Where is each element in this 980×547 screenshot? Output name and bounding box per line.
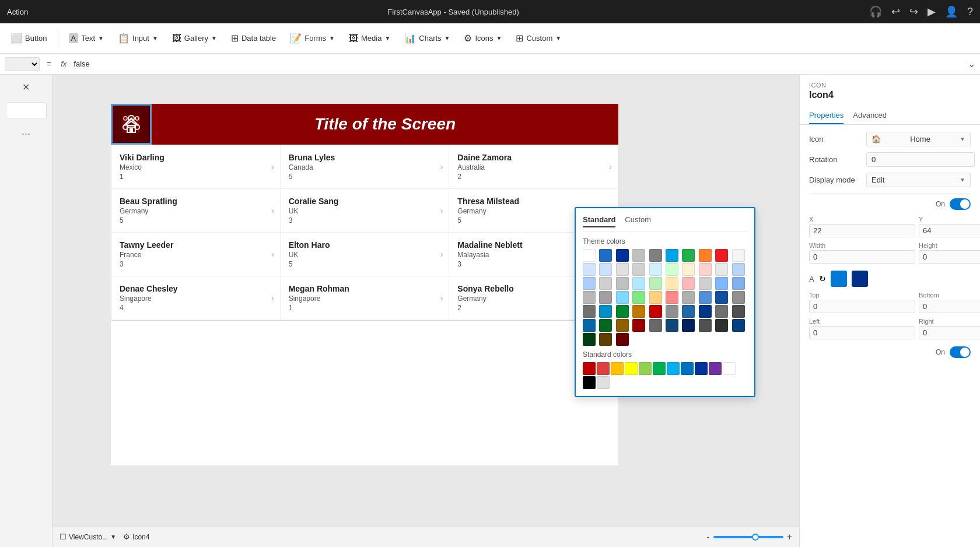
right-input[interactable] — [919, 326, 980, 339]
secondary-color-swatch[interactable] — [852, 271, 868, 287]
table-cell[interactable]: Elton Haro UK 5 › — [281, 233, 450, 276]
width-input[interactable] — [809, 250, 915, 264]
color-swatch[interactable] — [699, 319, 712, 332]
height-input[interactable] — [919, 250, 980, 264]
color-swatch[interactable] — [649, 249, 662, 262]
input-tool[interactable]: 📋 Input ▼ — [112, 29, 164, 47]
color-swatch[interactable] — [649, 277, 662, 290]
help-icon[interactable]: ? — [967, 6, 973, 18]
color-swatch[interactable] — [666, 291, 678, 304]
color-swatch[interactable] — [732, 319, 745, 332]
color-swatch[interactable] — [732, 249, 745, 262]
zoom-minus-btn[interactable]: - — [706, 532, 709, 542]
standard-color-swatch[interactable] — [611, 362, 624, 375]
color-swatch[interactable] — [599, 249, 612, 262]
color-picker-tab-custom[interactable]: Custom — [625, 215, 651, 227]
color-swatch[interactable] — [666, 277, 678, 290]
color-swatch[interactable] — [682, 319, 695, 332]
user-icon[interactable]: 👤 — [945, 5, 958, 18]
y-input[interactable] — [919, 224, 980, 237]
datatable-tool[interactable]: ⊞ Data table — [225, 29, 282, 47]
close-icon[interactable]: ✕ — [22, 82, 30, 93]
table-cell[interactable]: Denae Chesley Singapore 4 › — [111, 276, 281, 320]
bottom-visible-toggle[interactable] — [950, 346, 971, 358]
color-swatch[interactable] — [666, 319, 678, 332]
tab-properties[interactable]: Properties — [809, 107, 844, 124]
gallery-tool[interactable]: 🖼 Gallery ▼ — [166, 30, 223, 47]
color-swatch[interactable] — [649, 305, 662, 318]
color-swatch[interactable] — [632, 263, 645, 276]
x-input[interactable] — [809, 224, 915, 237]
play-icon[interactable]: ▶ — [928, 5, 936, 18]
color-swatch[interactable] — [715, 319, 728, 332]
custom-tool[interactable]: ⊞ Custom ▼ — [510, 29, 567, 47]
color-swatch[interactable] — [682, 291, 695, 304]
color-swatch[interactable] — [616, 263, 629, 276]
color-swatch[interactable] — [699, 249, 712, 262]
color-swatch[interactable] — [616, 277, 629, 290]
text-rotate-icon[interactable]: ↻ — [819, 274, 826, 283]
color-swatch[interactable] — [732, 291, 745, 304]
table-cell[interactable]: Daine Zamora Australia 2 › — [449, 145, 618, 188]
color-swatch[interactable] — [732, 263, 745, 276]
primary-color-swatch[interactable] — [831, 271, 847, 287]
table-cell[interactable]: Megan Rohman Singapore 1 › — [281, 276, 450, 320]
action-menu[interactable]: Action — [7, 8, 28, 16]
color-swatch[interactable] — [599, 333, 612, 346]
standard-color-swatch[interactable] — [597, 376, 610, 389]
icon-prop-value[interactable]: 🏠 Home ▼ — [866, 132, 971, 146]
color-swatch[interactable] — [583, 277, 596, 290]
standard-color-swatch[interactable] — [709, 362, 722, 375]
top-input[interactable] — [809, 300, 915, 313]
color-swatch[interactable] — [599, 291, 612, 304]
rotation-prop-input[interactable] — [866, 152, 975, 167]
color-swatch[interactable] — [632, 291, 645, 304]
color-swatch[interactable] — [599, 263, 612, 276]
color-swatch[interactable] — [682, 249, 695, 262]
color-swatch[interactable] — [599, 319, 612, 332]
color-swatch[interactable] — [649, 319, 662, 332]
table-cell[interactable]: Tawny Leeder France 3 › — [111, 233, 281, 276]
sidebar-more-icon[interactable]: ··· — [22, 128, 30, 140]
color-swatch[interactable] — [632, 277, 645, 290]
color-swatch[interactable] — [715, 277, 728, 290]
color-swatch[interactable] — [632, 319, 645, 332]
standard-color-swatch[interactable] — [583, 362, 596, 375]
left-input[interactable] — [809, 326, 915, 339]
color-picker-tab-standard[interactable]: Standard — [583, 215, 615, 227]
color-swatch[interactable] — [616, 319, 629, 332]
color-swatch[interactable] — [583, 319, 596, 332]
color-swatch[interactable] — [682, 277, 695, 290]
media-tool[interactable]: 🖼 Media ▼ — [343, 30, 396, 47]
standard-color-swatch[interactable] — [639, 362, 652, 375]
bottom-input[interactable] — [919, 300, 980, 313]
color-swatch[interactable] — [583, 263, 596, 276]
standard-color-swatch[interactable] — [625, 362, 638, 375]
color-swatch[interactable] — [715, 263, 728, 276]
tab-advanced[interactable]: Advanced — [853, 107, 887, 124]
standard-color-swatch[interactable] — [667, 362, 680, 375]
visible-toggle[interactable] — [950, 198, 971, 210]
zoom-plus-btn[interactable]: + — [787, 532, 792, 542]
undo-icon[interactable]: ↩ — [891, 5, 900, 18]
color-swatch[interactable] — [649, 291, 662, 304]
standard-color-swatch[interactable] — [681, 362, 694, 375]
color-swatch[interactable] — [583, 305, 596, 318]
color-swatch[interactable] — [583, 333, 596, 346]
color-swatch[interactable] — [666, 263, 678, 276]
color-swatch[interactable] — [583, 291, 596, 304]
standard-color-swatch[interactable] — [695, 362, 708, 375]
color-swatch[interactable] — [616, 291, 629, 304]
color-swatch[interactable] — [732, 277, 745, 290]
color-swatch[interactable] — [699, 305, 712, 318]
table-cell[interactable]: Viki Darling Mexico 1 › — [111, 145, 281, 188]
color-swatch[interactable] — [583, 249, 596, 262]
color-swatch[interactable] — [599, 305, 612, 318]
table-cell[interactable]: Bruna Lyles Canada 5 › — [281, 145, 450, 188]
charts-tool[interactable]: 📊 Charts ▼ — [398, 29, 456, 47]
redo-icon[interactable]: ↪ — [909, 5, 918, 18]
standard-color-swatch[interactable] — [597, 362, 610, 375]
headset-icon[interactable]: 🎧 — [869, 5, 882, 18]
color-swatch[interactable] — [699, 291, 712, 304]
color-swatch[interactable] — [699, 263, 712, 276]
